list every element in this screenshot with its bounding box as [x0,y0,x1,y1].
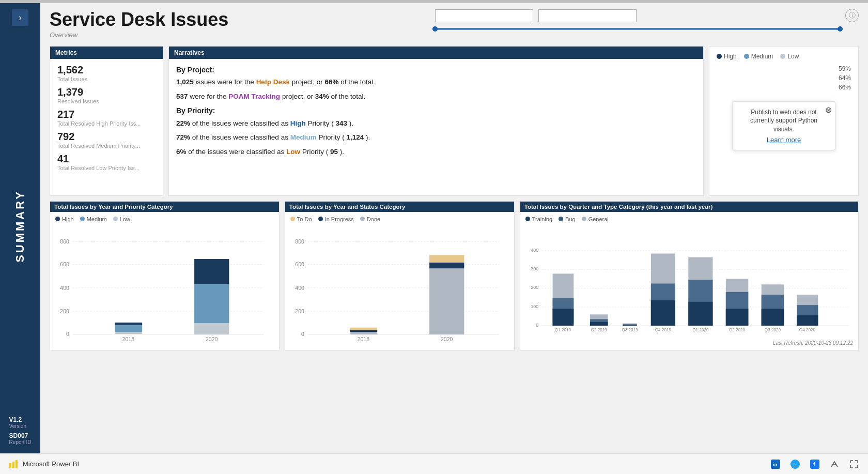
p3-tail: ). [340,148,344,156]
svg-text:600: 600 [60,261,69,267]
chart3-legend-bug: Bug [559,216,576,222]
pct-3: 66% [839,84,851,91]
legend-high-label: High [724,53,737,60]
pct-1: 59% [839,65,851,72]
report-id-value: SD007 [9,432,28,439]
metric-label-3: Total Resolved Medium Priority... [57,143,156,149]
chart1-title: Total Issues by Year and Priority Catego… [50,202,279,212]
date-start-input[interactable]: 1/1/2018 [435,9,533,22]
slider-handle-left[interactable] [432,26,438,32]
svg-rect-72 [761,309,783,326]
chart1-label-medium: Medium [87,216,107,222]
python-warning-close-button[interactable]: ⊗ [825,104,832,114]
legend-chart-card: High Medium Low 59% 64% 66% [709,46,859,196]
chart2-dot-todo [290,217,295,221]
taskbar-bottom: Microsoft Power BI in 🐦 f [0,453,868,474]
chart3-dot-bug [559,217,563,221]
low-link[interactable]: Low [286,148,300,156]
legend-low: Low [780,53,799,60]
svg-rect-10 [115,332,142,334]
metric-item-1: 1,379 Resolved Issues [57,86,156,104]
svg-text:2018: 2018 [357,335,369,342]
line2-tail: of the total. [331,93,365,100]
chart2-dot-inprogress [318,217,323,221]
svg-text:Q3 2019: Q3 2019 [622,328,638,332]
main-content: Service Desk Issues Overview 1/1/2018 12… [40,3,868,453]
svg-text:Q3 2020: Q3 2020 [765,328,781,332]
chart1-legend: High Medium Low [55,216,274,222]
svg-text:in: in [773,462,777,467]
date-range-area: 1/1/2018 12/31/2021 ⓘ [435,9,859,33]
svg-text:Q4 2019: Q4 2019 [655,328,671,332]
svg-text:200: 200 [295,308,304,314]
page-title: Service Desk Issues [50,9,435,30]
chart1-legend-low: Low [113,216,130,222]
svg-rect-14 [194,284,229,323]
chart3-card: Total Issues by Quarter and Type Categor… [520,201,859,350]
narratives-card: Narratives By Project: 1,025 issues were… [168,46,704,196]
svg-text:100: 100 [531,303,538,309]
linkedin-icon[interactable]: in [770,458,781,470]
svg-text:2020: 2020 [206,335,218,342]
line2-mid: were for the [190,93,228,100]
svg-text:800: 800 [60,238,69,244]
metrics-header: Metrics [50,47,163,59]
metric-label-1: Resolved Issues [57,98,156,104]
share-icon[interactable] [829,458,840,470]
legend-medium-label: Medium [751,53,773,60]
by-priority-heading: By Priority: [176,105,696,116]
bottom-charts: Total Issues by Year and Priority Catego… [50,201,859,350]
pbi-logo: Microsoft Power BI [8,459,79,469]
medium-link[interactable]: Medium [290,133,317,141]
expand-icon[interactable] [848,458,860,470]
metric-value-2: 217 [57,109,156,120]
info-icon[interactable]: ⓘ [845,9,859,22]
by-project-heading: By Project: [176,64,696,75]
svg-rect-32 [429,262,464,268]
taskbar-icons: in 🐦 f [770,458,860,470]
svg-text:🐦: 🐦 [792,462,798,468]
pct-2: 64% [839,74,851,82]
chart2-legend-done: Done [360,216,380,222]
svg-text:400: 400 [295,284,304,290]
legend-low-label: Low [787,53,799,60]
chart2-svg: 0 200 400 600 800 [290,225,509,344]
svg-rect-12 [115,323,142,325]
metric-label-2: Total Resolved High Priority Iss... [57,120,156,127]
high-link[interactable]: High [290,119,306,127]
chart3-dot-training [525,217,530,221]
poam-link[interactable]: POAM Tracking [228,93,280,100]
low-dot [780,54,785,59]
p2-end: Priority ( [318,133,344,141]
chart2-label-todo: To Do [297,216,312,222]
narratives-text: By Project: 1,025 issues were for the He… [176,64,696,158]
python-warning-text: Publish to web does not currently suppor… [740,108,828,133]
last-refresh: Last Refresh: 2020-10-23 09:12:22 [525,340,853,346]
slider-handle-right[interactable] [838,26,843,32]
sidebar-summary-label: SUMMARY [13,190,27,263]
metric-value-0: 1,562 [57,64,156,76]
chart2-label-inprogress: In Progress [325,216,354,222]
svg-text:Q2 2019: Q2 2019 [591,328,607,332]
helpdesk-link[interactable]: Help Desk [256,78,290,86]
chart2-label-done: Done [367,216,380,222]
facebook-icon[interactable]: f [809,458,820,470]
twitter-icon[interactable]: 🐦 [789,458,801,470]
p1-mid: of the issues were classified as [192,119,290,127]
medium-dot [744,54,749,59]
date-end-input[interactable]: 12/31/2021 [538,9,637,22]
chart2-card: Total Issues by Year and Status Category… [285,201,515,350]
metric-item-0: 1,562 Total Issues [57,64,156,82]
svg-rect-56 [623,325,637,326]
sidebar-expand-button[interactable]: › [12,9,28,26]
svg-text:2018: 2018 [122,335,135,342]
svg-text:0: 0 [66,331,69,337]
metric-item-2: 217 Total Resolved High Priority Iss... [57,109,156,127]
chart3-legend-general: General [582,216,609,222]
sidebar: › SUMMARY V1.2 Version SD007 Report ID [0,3,40,453]
chart2-legend-inprogress: In Progress [318,216,354,222]
python-learn-more-link[interactable]: Learn more [767,136,801,144]
svg-rect-78 [9,463,11,468]
p2-mid: of the issues were classified as [192,133,290,141]
svg-text:200: 200 [531,285,538,290]
